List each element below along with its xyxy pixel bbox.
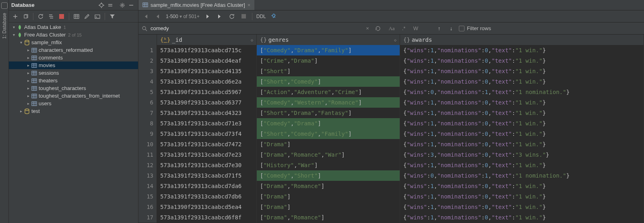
sync-button[interactable] [46,12,56,21]
table-row[interactable]: 13573a1391f29313caabcd71f5["Comedy", "Sh… [138,170,644,181]
cell-id[interactable]: 573a1391f29313caabcd6f8f [157,212,257,223]
cell-genres[interactable]: ["Action", "Adventure", "Crime"] [257,87,400,97]
collapse-icon[interactable] [106,1,115,10]
cell-id[interactable]: 573a1391f29313caabcd71f5 [157,170,257,181]
table-row[interactable]: 3573a1390f29313caabcd4135["Short"]{"wins… [138,66,644,76]
cell-genres[interactable]: ["Short", "Drama", "Fantasy"] [257,108,400,118]
cell-id[interactable]: 573a1391f29313caabcd7e30 [157,160,257,170]
tree-node[interactable]: ▾sample_mflix [9,39,138,46]
history-icon[interactable] [375,26,384,31]
tool-window-label[interactable]: 1: Database [2,13,7,39]
first-page-button[interactable] [142,12,150,20]
cell-id[interactable]: 573a1391f29313caabcd7472 [157,139,257,149]
filter-button[interactable] [107,12,117,21]
cell-awards[interactable]: {"wins": 1, "nominations": 0, "text": "1… [400,45,644,55]
cell-awards[interactable]: {"wins": 0, "nominations": 1, "text": "1… [400,87,644,97]
cell-id[interactable]: 573a1391f29313caabcd7db6 [157,191,257,202]
tree-node[interactable]: ▾Free Atlas Cluster2 of 15 [9,31,138,39]
database-tree[interactable]: ▾Atlas Data Lake1▾Free Atlas Cluster2 of… [9,23,138,223]
cell-awards[interactable]: {"wins": 1, "nominations": 0, "text": "1… [400,139,644,149]
cell-awards[interactable]: {"wins": 1, "nominations": 0, "text": "1… [400,118,644,129]
regex-icon[interactable]: .* [399,25,408,31]
filter-rows-toggle[interactable]: Filter rows [459,25,491,31]
cell-genres[interactable]: ["Comedy", "Western", "Romance"] [257,97,400,108]
table-row[interactable]: 17573a1391f29313caabcd6f8f["Drama", "Rom… [138,212,644,223]
cell-genres[interactable]: ["Short"] [257,66,400,76]
reload-button[interactable] [228,12,236,20]
cell-genres[interactable]: ["Short", "Comedy", "Family"] [257,129,400,139]
filter-rows-checkbox[interactable] [459,26,464,31]
copy-button[interactable] [21,12,31,21]
next-match-button[interactable]: ↓ [447,25,456,31]
cell-awards[interactable]: {"wins": 1, "nominations": 0, "text": "1… [400,202,644,212]
table-row[interactable]: 9573a1391f29313caabcd73f4["Short", "Come… [138,129,644,139]
cell-id[interactable]: 573a1391f29313caabcd73f4 [157,129,257,139]
expand-arrow-icon[interactable]: ▸ [26,63,31,68]
cell-awards[interactable]: {"wins": 1, "nominations": 0, "text": "1… [400,97,644,108]
expand-arrow-icon[interactable]: ▸ [19,109,23,113]
cell-awards[interactable]: {"wins": 1, "nominations": 0, "text": "1… [400,108,644,118]
expand-arrow-icon[interactable]: ▸ [26,94,31,98]
tree-node[interactable]: ▸comments [9,54,138,61]
cell-awards[interactable]: {"wins": 1, "nominations": 0, "text": "1… [400,191,644,202]
expand-arrow-icon[interactable]: ▾ [11,33,16,37]
cell-genres[interactable]: ["Comedy", "Drama"] [257,118,400,129]
column-header-genres[interactable]: {}genres◇ [257,35,400,45]
cell-id[interactable]: 573a1390f29313caabcd5ea4 [157,202,257,212]
expand-arrow-icon[interactable]: ▾ [19,40,23,45]
ddl-button[interactable]: DDL [256,14,266,19]
tool-window-button[interactable] [1,2,8,9]
table-row[interactable]: 12573a1391f29313caabcd7e30["History", "W… [138,160,644,170]
cell-id[interactable]: 573a1391f29313caabcd715c [157,45,257,55]
console-button[interactable] [93,12,102,21]
cell-id[interactable]: 573a1391f29313caabcd71e3 [157,118,257,129]
stop-button[interactable] [57,12,66,21]
cell-genres[interactable]: ["Short", "Comedy"] [257,76,400,87]
column-header-awards[interactable]: {}awards [400,35,644,45]
expand-arrow-icon[interactable]: ▾ [11,25,16,29]
gear-icon[interactable] [118,1,127,10]
prev-match-button[interactable]: ↑ [435,25,444,31]
cell-awards[interactable]: {"wins": 0, "nominations": 1, "text": "1… [400,170,644,181]
target-icon[interactable] [97,1,106,10]
cell-genres[interactable]: ["History", "War"] [257,160,400,170]
pin-button[interactable] [270,12,278,20]
cell-genres[interactable]: ["Drama", "Romance"] [257,212,400,223]
cell-id[interactable]: 573a1391f29313caabcd6e2a [157,76,257,87]
match-case-icon[interactable]: Aa [387,25,396,32]
tree-node[interactable]: ▸test [9,107,138,115]
tree-node[interactable]: ▸movies [9,61,138,69]
cell-awards[interactable]: {"wins": 1, "nominations": 0, "text": "1… [400,55,644,66]
refresh-button[interactable] [36,12,45,21]
cell-awards[interactable]: {"wins": 3, "nominations": 0, "text": "3… [400,149,644,160]
edit-button[interactable] [82,12,92,21]
cell-id[interactable]: 573a1390f29313caabcd4135 [157,66,257,76]
table-row[interactable]: 11573a1391f29313caabcd7e23["Drama", "Rom… [138,149,644,160]
tree-node[interactable]: ▸toughest_characters [9,84,138,92]
cell-id[interactable]: 573a1390f29313caabcd6377 [157,97,257,108]
tree-node[interactable]: ▸users [9,100,138,107]
tree-node[interactable]: ▸theaters [9,77,138,84]
expand-arrow-icon[interactable]: ▸ [26,55,31,60]
table-row[interactable]: 7573a1390f29313caabcd4323["Short", "Dram… [138,108,644,118]
table-row[interactable]: 4573a1391f29313caabcd6e2a["Short", "Come… [138,76,644,87]
column-header-id[interactable]: {ᵏ}_id◇ [157,35,257,45]
cell-awards[interactable]: {"wins": 1, "nominations": 0, "text": "1… [400,212,644,223]
expand-arrow-icon[interactable]: ▸ [26,48,31,52]
table-row[interactable]: 8573a1391f29313caabcd71e3["Comedy", "Dra… [138,118,644,129]
expand-arrow-icon[interactable]: ▸ [26,101,31,106]
cell-genres[interactable]: ["Drama", "Romance"] [257,181,400,191]
cell-id[interactable]: 573a1391f29313caabcd7e23 [157,149,257,160]
clear-filter-icon[interactable]: × [363,25,372,31]
table-row[interactable]: 6573a1390f29313caabcd6377["Comedy", "Wes… [138,97,644,108]
tree-node[interactable]: ▾Atlas Data Lake1 [9,23,138,31]
table-row[interactable]: 10573a1391f29313caabcd7472["Drama"]{"win… [138,139,644,149]
last-page-button[interactable] [216,12,224,20]
cell-id[interactable]: 573a1391f29313caabcd7da6 [157,181,257,191]
table-row[interactable]: 16573a1390f29313caabcd5ea4["Drama"]{"win… [138,202,644,212]
close-tab-icon[interactable]: × [248,2,251,8]
page-range[interactable]: 1-500 ▾ of 501+ [166,14,200,19]
cell-genres[interactable]: ["Crime", "Drama"] [257,55,400,66]
cell-genres[interactable]: ["Comedy", "Drama", "Family"] [257,45,400,55]
add-button[interactable] [10,12,20,21]
